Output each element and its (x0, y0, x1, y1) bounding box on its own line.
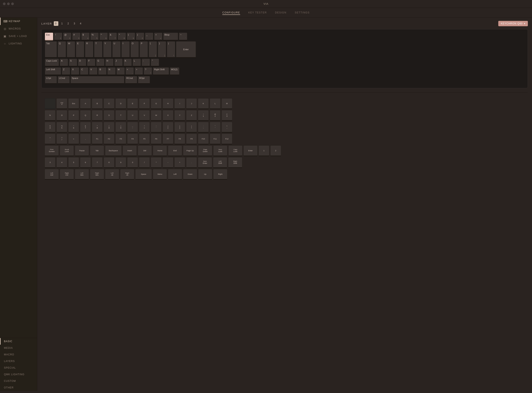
key-a[interactable]: A (60, 59, 68, 67)
grid-key-left-win[interactable]: Left Win (75, 169, 89, 180)
key-m[interactable]: M (116, 67, 125, 75)
picker-qmk-lighting[interactable]: QMK LIGHTING (0, 371, 37, 378)
grid-key-z[interactable]: Z (186, 110, 197, 121)
key-mo2[interactable]: MO(2) (170, 67, 179, 75)
grid-key-w[interactable]: W (151, 110, 161, 121)
grid-key-space[interactable]: Space (135, 169, 152, 180)
grid-key-u[interactable]: U (127, 110, 138, 121)
key-caps-lock[interactable]: Caps Lock (45, 59, 59, 67)
grid-key-g[interactable]: G (151, 98, 161, 109)
picker-media[interactable]: MEDIA (0, 345, 37, 351)
key-8[interactable]: * 8 (118, 33, 126, 40)
grid-key-num2[interactable]: 2 (270, 145, 281, 156)
grid-key-rcurly[interactable]: } ] (174, 122, 185, 133)
grid-key-dquote[interactable]: " ' (210, 122, 221, 133)
grid-key-home[interactable]: Home (153, 145, 167, 156)
grid-key-num-enter[interactable]: Num Enter (198, 157, 212, 168)
grid-key-q[interactable]: Q (80, 110, 91, 121)
grid-key-up[interactable]: Up (198, 169, 212, 180)
grid-key-del[interactable]: Del (138, 145, 152, 156)
grid-key-left-shift[interactable]: Left Shift (213, 157, 227, 168)
grid-key-dollar-4[interactable]: $ 4 (45, 122, 55, 133)
grid-key-k[interactable]: K (198, 98, 209, 109)
key-y[interactable]: Y (103, 41, 111, 58)
key-r[interactable]: R (85, 41, 93, 58)
layer-4[interactable]: 4 (79, 21, 83, 26)
grid-key-pipe[interactable]: | \ (186, 122, 197, 133)
grid-key-num3[interactable]: 3 (45, 157, 55, 168)
grid-key-right-alt[interactable]: Right Alt (120, 169, 134, 180)
grid-key-f4[interactable]: F4 (127, 134, 138, 144)
grid-key-backspace[interactable]: Backspace (105, 145, 122, 156)
key-j[interactable]: J (114, 59, 123, 67)
key-2[interactable]: @ 2 (63, 33, 71, 40)
grid-key-eq[interactable]: = (68, 134, 79, 144)
key-f[interactable]: F (87, 59, 95, 67)
grid-key-f6[interactable]: F6 (151, 134, 161, 144)
key-i[interactable]: I (121, 41, 130, 58)
grid-key-v[interactable]: V (139, 110, 150, 121)
grid-key-b[interactable]: B (92, 98, 103, 109)
grid-key-transparent[interactable]: ▽ (56, 98, 67, 109)
close-button[interactable] (3, 2, 5, 5)
grid-key-m[interactable]: M (221, 98, 232, 109)
grid-key-colon[interactable]: : ; (198, 122, 209, 133)
grid-key-page-down[interactable]: Page Down (198, 145, 212, 156)
picker-layers[interactable]: LAYERS (0, 358, 37, 364)
grid-key-a[interactable]: A (80, 98, 91, 109)
grid-key-page-up[interactable]: Page Up (183, 145, 197, 156)
grid-key-f[interactable]: F (139, 98, 150, 109)
key-b[interactable]: B (98, 67, 106, 75)
grid-key-at-2[interactable]: @ 2 (210, 110, 221, 121)
window-controls[interactable] (3, 2, 14, 5)
picker-other[interactable]: OTHER (0, 384, 37, 391)
grid-key-t[interactable]: T (115, 110, 126, 121)
grid-key-f1[interactable]: F1 (92, 134, 103, 144)
grid-key-f9[interactable]: F9 (186, 134, 197, 144)
grid-key-excl-1[interactable]: ! 1 (198, 110, 209, 121)
key-9[interactable]: ( 9 (127, 33, 135, 40)
grid-key-print-screen[interactable]: Print Screen (45, 145, 59, 156)
key-l[interactable]: L (133, 59, 141, 67)
grid-key-right-shift[interactable]: Right Shift (228, 157, 242, 168)
grid-key-f8[interactable]: F8 (174, 134, 185, 144)
grid-key-f7[interactable]: F7 (163, 134, 173, 144)
key-lopt[interactable]: LOpt (45, 76, 57, 84)
key-n[interactable]: N (107, 67, 116, 75)
picker-basic[interactable]: BASIC (0, 338, 37, 345)
grid-key-p[interactable]: P (68, 110, 79, 121)
grid-key-c[interactable]: C (104, 98, 114, 109)
grid-key-caret-6[interactable]: ^ 6 (68, 122, 79, 133)
key-h[interactable]: H (105, 59, 114, 67)
grid-key-num4[interactable]: 4 (56, 157, 67, 168)
sidebar-item-save-load[interactable]: ▣ SAVE + LOAD (0, 32, 37, 40)
grid-key-f12[interactable]: F12 (221, 134, 232, 144)
key-3[interactable]: # 3 (72, 33, 80, 40)
key-e[interactable]: E (76, 41, 84, 58)
grid-key-right[interactable]: Right (213, 169, 227, 180)
grid-key-s[interactable]: S (104, 110, 114, 121)
key-backspace[interactable]: Bksp (163, 33, 178, 40)
key-5[interactable]: % 5 (90, 33, 99, 40)
grid-key-j[interactable]: J (186, 98, 197, 109)
key-lbracket[interactable]: { [ (149, 41, 157, 58)
key-t[interactable]: T (94, 41, 102, 58)
picker-special[interactable]: SPECIAL (0, 364, 37, 371)
grid-key-num6[interactable]: 6 (80, 157, 91, 168)
keyboard-selector-button[interactable]: KEYCHRON Q60 ▾ (498, 21, 528, 26)
grid-key-underscore[interactable]: _ - (127, 122, 138, 133)
grid-key-star-8[interactable]: * 8 (92, 122, 103, 133)
grid-key-num-star[interactable]: * (151, 157, 161, 168)
grid-key-num9[interactable]: 9 (115, 157, 126, 168)
grid-key-lcurly[interactable]: { [ (163, 122, 173, 133)
key-x[interactable]: X (71, 67, 79, 75)
key-p[interactable]: P (140, 41, 148, 58)
key-semicolon[interactable]: : ; (142, 59, 150, 67)
grid-key-l[interactable]: L (210, 98, 221, 109)
minimize-button[interactable] (7, 2, 10, 5)
grid-key-f10[interactable]: F10 (198, 134, 209, 144)
grid-key-comma[interactable]: , (80, 134, 91, 144)
key-ropt[interactable]: ROpt (138, 76, 150, 84)
grid-key-num-lock[interactable]: Num Lock (213, 145, 227, 156)
tab-configure[interactable]: CONFIGURE (222, 11, 240, 15)
